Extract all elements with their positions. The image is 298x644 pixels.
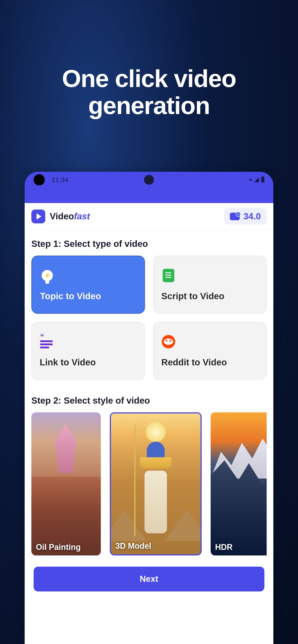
next-button[interactable]: Next: [34, 567, 264, 592]
status-bar: 11:34 ▾: [25, 172, 273, 188]
signal-icon: [254, 177, 259, 182]
type-label: Topic to Video: [40, 291, 136, 301]
style-card-3d-model[interactable]: 3D Model: [110, 412, 202, 556]
app-logo-icon: [31, 210, 45, 224]
app-screen: Videofast 34.0 Step 1: Select type of vi…: [25, 203, 273, 644]
type-label: Script to Video: [161, 291, 258, 301]
style-card-oil-painting[interactable]: Oil Painting: [31, 412, 101, 556]
style-label: Oil Painting: [36, 542, 81, 552]
play-icon: [37, 213, 42, 220]
reddit-icon: [161, 334, 176, 349]
type-card-reddit-to-video[interactable]: Reddit to Video: [153, 322, 267, 380]
brand-suffix: fast: [74, 211, 90, 221]
style-thumbnail: [111, 414, 201, 554]
status-time: 11:34: [52, 176, 68, 184]
credits-value: 34.0: [243, 211, 261, 222]
credits-badge[interactable]: 34.0: [224, 208, 267, 224]
style-card-hdr[interactable]: HDR: [211, 412, 267, 556]
status-icons: ▾: [249, 177, 264, 183]
lightbulb-icon: [40, 268, 54, 283]
step-1-title: Step 1: Select type of video: [31, 239, 267, 249]
notch: [144, 175, 154, 185]
type-card-script-to-video[interactable]: Script to Video: [153, 256, 267, 314]
type-label: Link to Video: [40, 357, 137, 368]
quote-icon: [40, 334, 54, 349]
style-label: HDR: [215, 542, 233, 552]
style-thumbnail: [31, 412, 101, 556]
phone-frame: 11:34 ▾ Videofast 34.0 Step 1: Select ty…: [25, 172, 273, 644]
video-type-grid: Topic to Video Script to Video Link to V…: [31, 256, 267, 380]
script-icon: [161, 268, 176, 283]
add-credits-icon: [230, 213, 240, 220]
hero-title: One click video generation: [0, 0, 298, 119]
style-label: 3D Model: [115, 541, 151, 551]
style-thumbnail: [211, 412, 267, 556]
step-2-title: Step 2: Select style of video: [31, 396, 267, 406]
video-style-row[interactable]: Oil Painting 3D Model HDR: [31, 412, 267, 556]
battery-icon: [261, 177, 264, 182]
brand-prefix: Video: [50, 211, 74, 221]
app-header: Videofast 34.0: [25, 203, 273, 230]
wifi-icon: ▾: [249, 177, 252, 183]
main-content: Step 1: Select type of video Topic to Vi…: [25, 230, 273, 600]
type-card-link-to-video[interactable]: Link to Video: [31, 322, 145, 380]
front-camera-dot: [34, 174, 45, 185]
type-card-topic-to-video[interactable]: Topic to Video: [31, 256, 145, 314]
type-label: Reddit to Video: [161, 357, 258, 368]
app-brand-name: Videofast: [50, 211, 90, 222]
